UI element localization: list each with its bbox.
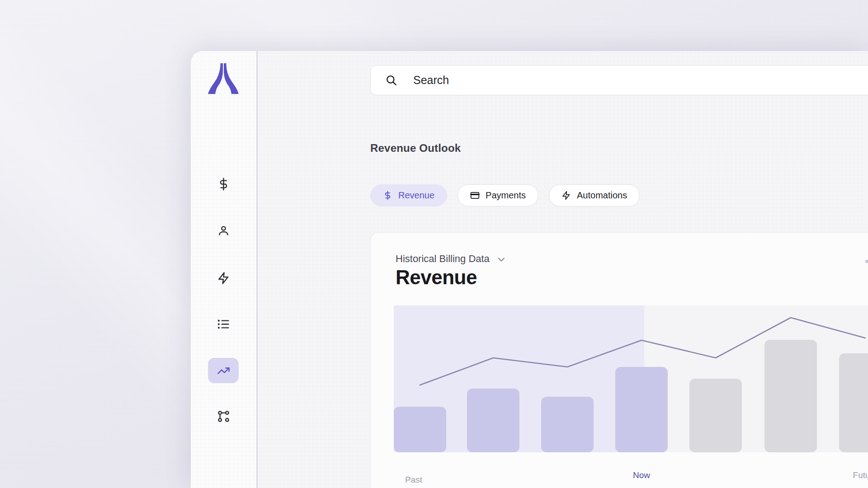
sidebar-item-billing[interactable] [208, 171, 239, 197]
page-title: Revenue Outlook [370, 142, 461, 155]
app-logo-icon[interactable] [208, 63, 239, 94]
dollar-icon [217, 178, 230, 191]
search-bar [370, 65, 868, 95]
axis-label-future: Future [853, 470, 868, 480]
sidebar-item-insights[interactable] [208, 358, 239, 383]
axis-label-past: Past [405, 475, 422, 485]
tab-revenue[interactable]: Revenue [370, 184, 447, 206]
dataset-selector-label: Historical Billing Data [396, 253, 490, 265]
zap-icon [217, 272, 230, 285]
app-window: Revenue Outlook Revenue Payments Auto [191, 51, 868, 488]
card-title: Revenue [396, 266, 477, 289]
main-content: Revenue Outlook Revenue Payments Auto [258, 51, 868, 488]
trend-up-icon [217, 364, 230, 377]
credit-card-icon [470, 191, 480, 200]
list-icon [217, 318, 230, 331]
tab-bar: Revenue Payments Automations [370, 184, 640, 206]
search-input[interactable] [413, 66, 857, 95]
dataset-selector[interactable]: Historical Billing Data [396, 253, 507, 265]
tab-label: Automations [577, 190, 627, 201]
ellipsis-icon[interactable] [865, 256, 868, 266]
search-icon [385, 74, 397, 86]
tab-label: Revenue [398, 190, 434, 201]
tab-automations[interactable]: Automations [549, 184, 640, 206]
sidebar-item-automations[interactable] [208, 265, 239, 291]
sidebar [191, 51, 256, 488]
sidebar-item-customers[interactable] [208, 218, 239, 244]
axis-label-now: Now [633, 470, 650, 480]
trend-line [394, 305, 868, 452]
chevron-down-icon [496, 254, 507, 265]
dollar-icon [383, 191, 392, 200]
workflow-icon [217, 410, 230, 423]
revenue-card: Historical Billing Data Revenue PastNowF… [370, 232, 868, 488]
sidebar-item-transactions[interactable] [208, 311, 239, 337]
user-icon [217, 225, 230, 238]
tab-label: Payments [486, 190, 526, 201]
revenue-chart: PastNowFuture [394, 305, 868, 452]
tab-payments[interactable]: Payments [458, 184, 538, 206]
zap-icon [561, 191, 571, 200]
sidebar-item-integrations[interactable] [208, 404, 239, 429]
